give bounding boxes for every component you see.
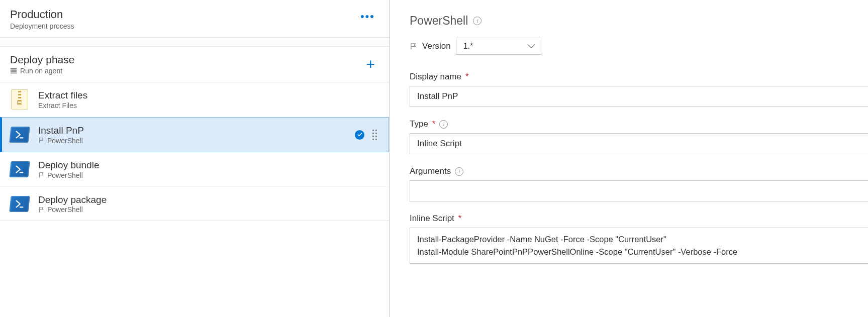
powershell-icon	[10, 125, 29, 144]
required-asterisk: *	[458, 214, 462, 224]
task-row[interactable]: Extract files Extract Files	[0, 82, 389, 117]
task-name: Deploy package	[38, 194, 379, 206]
version-select[interactable]: 1.*	[456, 38, 541, 55]
field-display-name: Display name *	[410, 72, 868, 107]
separator-gap	[0, 38, 389, 47]
required-asterisk: *	[465, 72, 469, 82]
task-type: PowerShell	[38, 171, 379, 179]
info-icon[interactable]: i	[455, 167, 463, 176]
more-icon: •••	[360, 10, 375, 23]
flag-icon	[410, 43, 417, 50]
svg-rect-0	[11, 68, 17, 70]
phase-subtitle: Run on agent	[10, 67, 74, 75]
display-name-label: Display name	[410, 72, 461, 82]
type-input[interactable]	[410, 133, 868, 154]
panel-title-row: PowerShell i	[410, 14, 868, 28]
flag-icon	[38, 172, 45, 178]
phase-header-left: Deploy phase Run on agent	[10, 54, 74, 75]
tasks-pane: Production Deployment process ••• Deploy…	[0, 0, 390, 317]
info-icon[interactable]: i	[473, 17, 481, 25]
version-value: 1.*	[463, 42, 473, 50]
inline-script-input[interactable]: Install-PackageProvider -Name NuGet -For…	[410, 228, 868, 264]
version-row: Version 1.*	[410, 38, 868, 55]
field-type: Type * i	[410, 119, 868, 154]
task-row-actions	[355, 130, 378, 140]
plus-icon: +	[366, 56, 375, 72]
task-type: PowerShell	[38, 137, 346, 145]
required-asterisk: *	[432, 119, 436, 129]
powershell-icon	[10, 194, 29, 214]
display-name-input[interactable]	[410, 86, 868, 107]
type-label: Type	[410, 119, 428, 129]
task-row[interactable]: Deploy bundle PowerShell	[0, 152, 389, 187]
version-label: Version	[422, 41, 451, 51]
task-type: PowerShell	[38, 205, 379, 214]
info-icon[interactable]: i	[439, 120, 448, 129]
arguments-input[interactable]	[410, 180, 868, 201]
stage-titles: Production Deployment process	[10, 8, 74, 30]
phase-header[interactable]: Deploy phase Run on agent +	[0, 47, 389, 82]
flag-icon	[38, 206, 45, 213]
add-task-button[interactable]: +	[362, 57, 379, 72]
stage-subtitle: Deployment process	[10, 22, 74, 30]
task-details-pane: PowerShell i Version 1.* Display name * …	[390, 0, 868, 317]
task-row[interactable]: Deploy package PowerShell	[0, 187, 389, 222]
stage-title: Production	[10, 8, 74, 21]
panel-title: PowerShell	[410, 14, 468, 28]
svg-rect-2	[11, 73, 17, 74]
zip-archive-icon	[10, 90, 29, 109]
task-name: Extract files	[38, 89, 379, 101]
task-list: Extract files Extract Files Install PnP …	[0, 82, 389, 221]
drag-handle-icon[interactable]	[372, 130, 378, 140]
inline-script-label: Inline Script	[410, 214, 454, 224]
powershell-icon	[10, 160, 29, 179]
stage-header: Production Deployment process •••	[0, 0, 389, 38]
selected-check-icon	[355, 130, 364, 140]
phase-title: Deploy phase	[10, 54, 74, 66]
field-inline-script: Inline Script * Install-PackageProvider …	[410, 214, 868, 264]
task-name: Deploy bundle	[38, 159, 379, 171]
task-name: Install PnP	[38, 125, 346, 137]
phase-run-on-label: Run on agent	[20, 67, 62, 75]
more-button[interactable]: •••	[356, 8, 379, 22]
app-root: Production Deployment process ••• Deploy…	[0, 0, 868, 317]
svg-rect-1	[11, 71, 17, 72]
task-row[interactable]: Install PnP PowerShell	[0, 117, 389, 152]
flag-icon	[38, 137, 45, 144]
field-arguments: Arguments i	[410, 166, 868, 201]
task-type-label: PowerShell	[47, 171, 83, 179]
task-type-label: PowerShell	[47, 205, 83, 214]
arguments-label: Arguments	[410, 166, 451, 176]
agent-icon	[10, 67, 17, 74]
task-type: Extract Files	[38, 101, 379, 110]
task-type-label: PowerShell	[47, 137, 83, 145]
